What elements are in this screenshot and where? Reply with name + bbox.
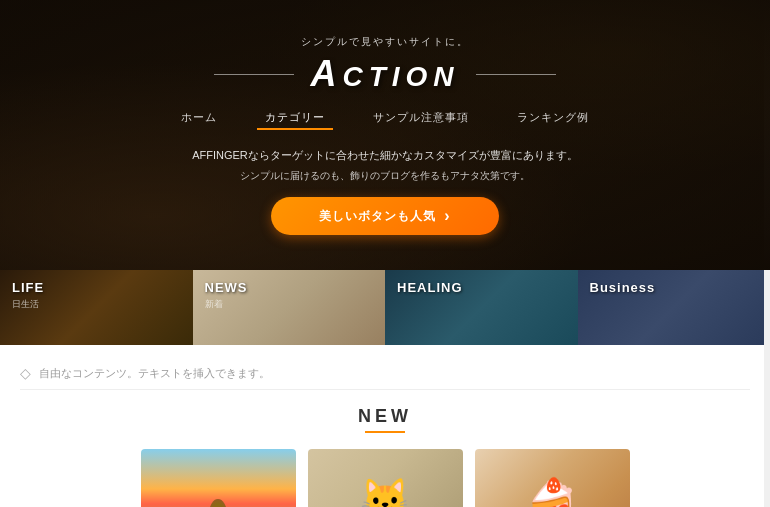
logo-line-right <box>476 74 556 75</box>
hero-text2: シンプルに届けるのも、飾りのブログを作るもアナタ次第です。 <box>240 169 530 183</box>
beach-image <box>141 449 296 507</box>
card-2[interactable]: これはダミーのタイトルです <box>308 449 463 507</box>
cat-life-label: LIFE <box>12 280 44 295</box>
nav-home[interactable]: ホーム <box>173 107 225 130</box>
diamond-icon: ◇ <box>20 365 31 381</box>
category-strip: LIFE 日生活 NEWS 新着 HEALING Business <box>0 270 770 345</box>
hero-cta-button[interactable]: 美しいボタンも人気 <box>271 197 498 235</box>
hero-nav: ホーム カテゴリー サンプル注意事項 ランキング例 <box>173 107 597 130</box>
cat-business[interactable]: Business <box>578 270 771 345</box>
cat-news-sublabel: 新着 <box>205 298 223 311</box>
cat-life-sublabel: 日生活 <box>12 298 39 311</box>
food-image <box>475 449 630 507</box>
hero-tagline: シンプルで見やすいサイトに。 <box>301 35 469 49</box>
card-1-img <box>141 449 296 507</box>
hero-text1: AFFINGERならターゲットに合わせた細かなカスタマイズが豊富にあります。 <box>192 148 578 163</box>
card-grid: これはダミーのタイトルです これはダミーのタイトルです これはダミーのタイトルで… <box>20 449 750 507</box>
logo-a: A <box>310 53 342 94</box>
new-underline <box>365 431 405 433</box>
new-title: NEW <box>20 406 750 427</box>
cat-news[interactable]: NEWS 新着 <box>193 270 386 345</box>
cat-healing[interactable]: HEALING <box>385 270 578 345</box>
content-notice: ◇ 自由なコンテンツ。テキストを挿入できます。 <box>20 357 750 390</box>
cat-business-label: Business <box>590 280 656 295</box>
cat-news-label: NEWS <box>205 280 248 295</box>
logo-line-left <box>214 74 294 75</box>
nav-category[interactable]: カテゴリー <box>257 107 333 130</box>
hero-logo: AcTION <box>214 53 555 95</box>
nav-sample[interactable]: サンプル注意事項 <box>365 107 477 130</box>
card-2-img <box>308 449 463 507</box>
nav-ranking[interactable]: ランキング例 <box>509 107 597 130</box>
hero-section: シンプルで見やすいサイトに。 AcTION ホーム カテゴリー サンプル注意事項… <box>0 0 770 270</box>
card-3[interactable]: これはダミーのタイトルです <box>475 449 630 507</box>
logo-text: AcTION <box>294 53 475 95</box>
cat-healing-label: HEALING <box>397 280 463 295</box>
card-1[interactable]: これはダミーのタイトルです <box>141 449 296 507</box>
new-section: NEW これはダミーのタイトルです これはダミーのタイトルです <box>20 406 750 507</box>
notice-text: 自由なコンテンツ。テキストを挿入できます。 <box>39 366 270 381</box>
cat-life[interactable]: LIFE 日生活 <box>0 270 193 345</box>
content-area: ◇ 自由なコンテンツ。テキストを挿入できます。 NEW これはダミーのタイトルで… <box>0 345 770 507</box>
cat-image <box>308 449 463 507</box>
card-3-img <box>475 449 630 507</box>
logo-rest: cTION <box>342 61 459 92</box>
